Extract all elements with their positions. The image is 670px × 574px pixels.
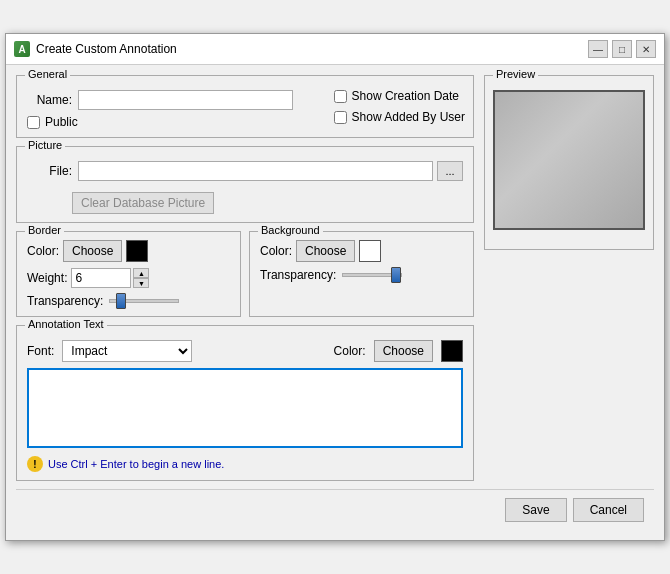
close-button[interactable]: ✕ — [636, 40, 656, 58]
cancel-button[interactable]: Cancel — [573, 498, 644, 522]
general-section: General Name: Public Show Creation Date — [16, 75, 474, 138]
border-color-choose-button[interactable]: Choose — [63, 240, 122, 262]
window-controls: — □ ✕ — [588, 40, 656, 58]
border-background-layout: Border Color: Choose Weight: ▲ ▼ — [16, 231, 474, 317]
main-layout: General Name: Public Show Creation Date — [16, 75, 654, 489]
border-weight-row: Weight: ▲ ▼ — [27, 268, 230, 288]
border-label: Border — [25, 224, 64, 236]
general-label: General — [25, 68, 70, 80]
picture-section: Picture File: ... Clear Database Picture — [16, 146, 474, 223]
border-transparency-row: Transparency: — [27, 294, 230, 308]
background-transparency-label: Transparency: — [260, 268, 336, 282]
hint-text: Use Ctrl + Enter to begin a new line. — [48, 458, 224, 470]
annotation-text-area[interactable] — [27, 368, 463, 448]
border-color-label: Color: — [27, 244, 59, 258]
border-color-swatch — [126, 240, 148, 262]
clear-database-picture-button[interactable]: Clear Database Picture — [72, 192, 214, 214]
browse-button[interactable]: ... — [437, 161, 463, 181]
show-creation-date-checkbox[interactable] — [334, 90, 347, 103]
dialog: A Create Custom Annotation — □ ✕ General… — [5, 33, 665, 541]
left-panel: General Name: Public Show Creation Date — [16, 75, 474, 489]
file-input-row: ... — [78, 161, 463, 181]
name-input[interactable] — [78, 90, 293, 110]
minimize-button[interactable]: — — [588, 40, 608, 58]
annotation-text-section: Annotation Text Font: Impact Arial Times… — [16, 325, 474, 481]
extra-checkboxes: Show Creation Date Show Added By User — [334, 86, 465, 124]
background-color-row: Color: Choose — [260, 240, 463, 262]
name-label: Name: — [27, 93, 72, 107]
weight-up-button[interactable]: ▲ — [133, 268, 149, 278]
picture-label: Picture — [25, 139, 65, 151]
show-added-by-user-label: Show Added By User — [352, 110, 465, 124]
font-select[interactable]: Impact Arial Times New Roman Courier New… — [62, 340, 192, 362]
background-color-swatch — [359, 240, 381, 262]
background-label: Background — [258, 224, 323, 236]
show-creation-date-row: Show Creation Date — [334, 89, 465, 103]
show-added-by-user-row: Show Added By User — [334, 110, 465, 124]
annotation-color-controls: Color: Choose — [334, 340, 463, 362]
font-label: Font: — [27, 344, 54, 358]
border-weight-input[interactable] — [71, 268, 131, 288]
title-bar: A Create Custom Annotation — □ ✕ — [6, 34, 664, 65]
annotation-text-label: Annotation Text — [25, 318, 107, 330]
border-weight-label: Weight: — [27, 271, 67, 285]
show-creation-date-label: Show Creation Date — [352, 89, 459, 103]
file-label: File: — [27, 164, 72, 178]
public-checkbox[interactable] — [27, 116, 40, 129]
save-button[interactable]: Save — [505, 498, 566, 522]
hint-icon: ! — [27, 456, 43, 472]
hint-row: ! Use Ctrl + Enter to begin a new line. — [27, 456, 463, 472]
dialog-title: Create Custom Annotation — [36, 42, 588, 56]
background-transparency-row: Transparency: — [260, 268, 463, 282]
preview-image — [493, 90, 645, 230]
border-transparency-slider[interactable] — [109, 299, 179, 303]
file-input[interactable] — [78, 161, 433, 181]
preview-label: Preview — [493, 68, 538, 80]
dialog-content: General Name: Public Show Creation Date — [6, 65, 664, 540]
show-added-by-user-checkbox[interactable] — [334, 111, 347, 124]
right-panel: Preview — [484, 75, 654, 489]
font-color-row: Font: Impact Arial Times New Roman Couri… — [27, 340, 463, 362]
footer: Save Cancel — [16, 489, 654, 530]
weight-down-button[interactable]: ▼ — [133, 278, 149, 288]
border-section: Border Color: Choose Weight: ▲ ▼ — [16, 231, 241, 317]
annotation-color-label: Color: — [334, 344, 366, 358]
background-color-label: Color: — [260, 244, 292, 258]
border-color-row: Color: Choose — [27, 240, 230, 262]
preview-section: Preview — [484, 75, 654, 250]
annotation-color-swatch — [441, 340, 463, 362]
background-section: Background Color: Choose Transparency: — [249, 231, 474, 317]
file-row: File: ... — [27, 161, 463, 181]
app-icon: A — [14, 41, 30, 57]
clear-btn-wrapper: Clear Database Picture — [72, 186, 463, 214]
annotation-color-choose-button[interactable]: Choose — [374, 340, 433, 362]
public-label: Public — [45, 115, 78, 129]
weight-spinner: ▲ ▼ — [133, 268, 149, 288]
maximize-button[interactable]: □ — [612, 40, 632, 58]
background-transparency-slider[interactable] — [342, 273, 402, 277]
border-transparency-label: Transparency: — [27, 294, 103, 308]
background-color-choose-button[interactable]: Choose — [296, 240, 355, 262]
